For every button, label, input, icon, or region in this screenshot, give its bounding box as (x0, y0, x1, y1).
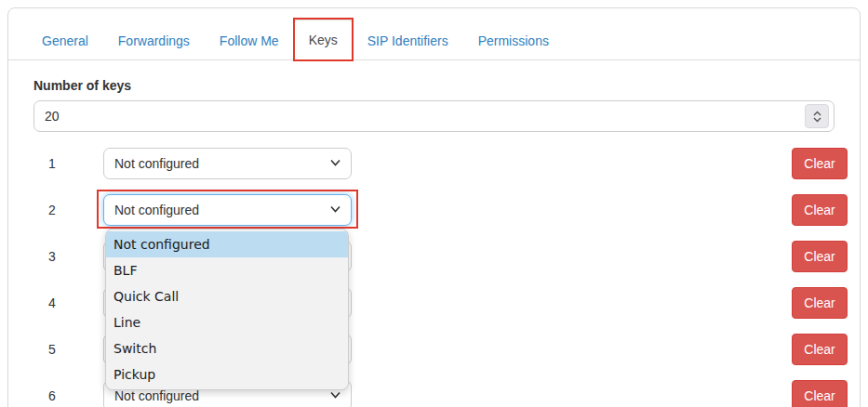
tab-keys[interactable]: Keys (294, 20, 353, 60)
dropdown-option-switch[interactable]: Switch (106, 335, 348, 361)
tab-keys-label: Keys (309, 33, 338, 47)
key-type-select-6-value: Not configured (114, 388, 199, 403)
spinner-down-icon (813, 117, 821, 123)
key-type-select-1[interactable]: Not configured (103, 148, 352, 179)
key-number: 4 (33, 287, 71, 319)
key-row-1: 1 Not configured Clear (33, 148, 835, 179)
key-type-select-2[interactable]: Not configured (103, 194, 352, 226)
tab-general[interactable]: General (27, 20, 103, 60)
key-type-select-2-value: Not configured (114, 203, 199, 217)
tab-permissions[interactable]: Permissions (463, 20, 564, 60)
tab-bar: General Forwardings Follow Me Keys SIP I… (8, 20, 860, 60)
key-number: 6 (33, 380, 71, 407)
dropdown-option-pickup[interactable]: Pickup (106, 361, 348, 387)
chevron-down-icon (330, 159, 341, 166)
clear-button-4[interactable]: Clear (792, 287, 848, 319)
key-row-2: 2 Not configured Clear Not configured BL… (33, 194, 835, 226)
key-number: 2 (33, 194, 71, 226)
dropdown-option-blf[interactable]: BLF (106, 257, 348, 283)
number-of-keys-label: Number of keys (33, 78, 835, 93)
number-of-keys-input[interactable] (33, 100, 835, 132)
key-type-select-1-value: Not configured (114, 156, 199, 171)
keys-tab-content: Number of keys 1 Not configured Clear 2 (8, 78, 860, 407)
chevron-down-icon (330, 391, 341, 399)
chevron-down-icon (330, 205, 341, 213)
key-rows: 1 Not configured Clear 2 Not configured … (33, 148, 835, 407)
key-number: 5 (33, 334, 71, 365)
tab-forwardings[interactable]: Forwardings (103, 20, 205, 60)
key-number: 3 (33, 241, 71, 272)
dropdown-option-not-configured[interactable]: Not configured (106, 231, 348, 257)
clear-button-1[interactable]: Clear (792, 148, 848, 179)
clear-button-5[interactable]: Clear (792, 334, 848, 365)
spinner-up-icon (813, 111, 821, 116)
clear-button-6[interactable]: Clear (792, 380, 848, 407)
dropdown-option-line[interactable]: Line (106, 309, 348, 335)
tab-follow-me[interactable]: Follow Me (205, 20, 294, 60)
key-number: 1 (33, 148, 71, 179)
key-type-dropdown-menu: Not configured BLF Quick Call Line Switc… (105, 229, 349, 390)
number-stepper[interactable] (805, 104, 829, 128)
settings-panel: General Forwardings Follow Me Keys SIP I… (7, 7, 861, 407)
clear-button-3[interactable]: Clear (792, 241, 848, 272)
dropdown-option-quick-call[interactable]: Quick Call (106, 283, 348, 309)
tab-sip-identifiers[interactable]: SIP Identifiers (353, 20, 463, 60)
clear-button-2[interactable]: Clear (792, 194, 848, 226)
number-of-keys-field (33, 100, 835, 132)
